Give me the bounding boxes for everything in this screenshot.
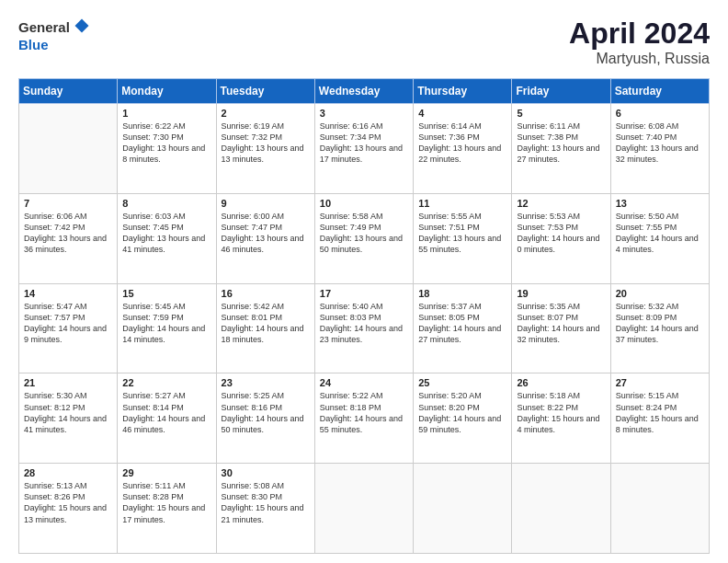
table-row: 24 Sunrise: 5:22 AMSunset: 8:18 PMDaylig…: [314, 373, 413, 464]
table-row: 19 Sunrise: 5:35 AMSunset: 8:07 PMDaylig…: [512, 283, 610, 373]
table-row: 8 Sunrise: 6:03 AMSunset: 7:45 PMDayligh…: [118, 193, 216, 283]
day-number: 22: [122, 377, 210, 388]
day-number: 2: [222, 108, 310, 119]
day-number: 30: [222, 467, 310, 478]
logo-icon: [73, 17, 91, 40]
day-detail: Sunrise: 5:15 AMSunset: 8:24 PMDaylight:…: [616, 390, 704, 435]
day-detail: Sunrise: 5:20 AMSunset: 8:20 PMDaylight:…: [418, 390, 506, 435]
day-number: 13: [616, 198, 704, 209]
day-detail: Sunrise: 5:22 AMSunset: 8:18 PMDaylight:…: [320, 390, 408, 435]
day-number: 24: [320, 377, 408, 388]
table-row: 30 Sunrise: 5:08 AMSunset: 8:30 PMDaylig…: [216, 464, 314, 554]
table-row: 18 Sunrise: 5:37 AMSunset: 8:05 PMDaylig…: [414, 283, 512, 373]
day-number: 9: [222, 198, 310, 209]
day-number: 25: [418, 377, 506, 388]
day-detail: Sunrise: 5:27 AMSunset: 8:14 PMDaylight:…: [122, 390, 210, 435]
day-detail: Sunrise: 5:40 AMSunset: 8:03 PMDaylight:…: [320, 301, 408, 346]
day-detail: Sunrise: 5:32 AMSunset: 8:09 PMDaylight:…: [616, 301, 704, 346]
calendar-week-row: 1 Sunrise: 6:22 AMSunset: 7:30 PMDayligh…: [19, 104, 710, 194]
table-row: 26 Sunrise: 5:18 AMSunset: 8:22 PMDaylig…: [512, 373, 610, 464]
day-detail: Sunrise: 6:08 AMSunset: 7:40 PMDaylight:…: [616, 121, 704, 166]
day-detail: Sunrise: 6:06 AMSunset: 7:42 PMDaylight:…: [24, 211, 112, 256]
header-sunday: Sunday: [19, 79, 118, 104]
calendar-location: Martyush, Russia: [569, 51, 710, 67]
table-row: [512, 464, 610, 554]
table-row: 20 Sunrise: 5:32 AMSunset: 8:09 PMDaylig…: [610, 283, 709, 373]
header-saturday: Saturday: [610, 79, 709, 104]
day-detail: Sunrise: 5:08 AMSunset: 8:30 PMDaylight:…: [222, 480, 310, 525]
day-detail: Sunrise: 5:35 AMSunset: 8:07 PMDaylight:…: [517, 301, 605, 346]
table-row: 28 Sunrise: 5:13 AMSunset: 8:26 PMDaylig…: [19, 464, 118, 554]
day-number: 1: [122, 108, 210, 119]
day-number: 11: [418, 198, 506, 209]
header: General Blue April 2024 Martyush, Russia: [18, 17, 710, 67]
day-number: 16: [222, 288, 310, 299]
table-row: 29 Sunrise: 5:11 AMSunset: 8:28 PMDaylig…: [118, 464, 216, 554]
day-number: 29: [122, 467, 210, 478]
day-number: 8: [122, 198, 210, 209]
day-detail: Sunrise: 5:50 AMSunset: 7:55 PMDaylight:…: [616, 211, 704, 256]
table-row: [610, 464, 709, 554]
day-number: 18: [418, 288, 506, 299]
table-row: [314, 464, 413, 554]
day-number: 20: [616, 288, 704, 299]
day-detail: Sunrise: 5:30 AMSunset: 8:12 PMDaylight:…: [24, 390, 112, 435]
calendar-week-row: 7 Sunrise: 6:06 AMSunset: 7:42 PMDayligh…: [19, 193, 710, 283]
table-row: 25 Sunrise: 5:20 AMSunset: 8:20 PMDaylig…: [414, 373, 512, 464]
day-number: 4: [418, 108, 506, 119]
day-detail: Sunrise: 5:18 AMSunset: 8:22 PMDaylight:…: [517, 390, 605, 435]
page: General Blue April 2024 Martyush, Russia…: [0, 0, 728, 563]
table-row: 10 Sunrise: 5:58 AMSunset: 7:49 PMDaylig…: [314, 193, 413, 283]
day-number: 10: [320, 198, 408, 209]
header-tuesday: Tuesday: [216, 79, 314, 104]
table-row: 14 Sunrise: 5:47 AMSunset: 7:57 PMDaylig…: [19, 283, 118, 373]
day-detail: Sunrise: 5:58 AMSunset: 7:49 PMDaylight:…: [320, 211, 408, 256]
day-number: 5: [517, 108, 605, 119]
header-wednesday: Wednesday: [314, 79, 413, 104]
day-detail: Sunrise: 5:37 AMSunset: 8:05 PMDaylight:…: [418, 301, 506, 346]
weekday-header-row: Sunday Monday Tuesday Wednesday Thursday…: [19, 79, 710, 104]
day-number: 6: [616, 108, 704, 119]
day-number: 7: [24, 198, 112, 209]
day-detail: Sunrise: 6:11 AMSunset: 7:38 PMDaylight:…: [517, 121, 605, 166]
day-number: 15: [122, 288, 210, 299]
day-number: 19: [517, 288, 605, 299]
day-detail: Sunrise: 5:55 AMSunset: 7:51 PMDaylight:…: [418, 211, 506, 256]
table-row: 9 Sunrise: 6:00 AMSunset: 7:47 PMDayligh…: [216, 193, 314, 283]
day-number: 3: [320, 108, 408, 119]
day-detail: Sunrise: 5:25 AMSunset: 8:16 PMDaylight:…: [222, 390, 310, 435]
table-row: 17 Sunrise: 5:40 AMSunset: 8:03 PMDaylig…: [314, 283, 413, 373]
calendar-table: Sunday Monday Tuesday Wednesday Thursday…: [18, 78, 710, 554]
header-friday: Friday: [512, 79, 610, 104]
calendar-title: April 2024: [569, 17, 710, 51]
calendar-week-row: 21 Sunrise: 5:30 AMSunset: 8:12 PMDaylig…: [19, 373, 710, 464]
logo: General Blue: [18, 17, 91, 52]
day-number: 23: [222, 377, 310, 388]
table-row: 11 Sunrise: 5:55 AMSunset: 7:51 PMDaylig…: [414, 193, 512, 283]
day-number: 17: [320, 288, 408, 299]
day-detail: Sunrise: 6:14 AMSunset: 7:36 PMDaylight:…: [418, 121, 506, 166]
table-row: 13 Sunrise: 5:50 AMSunset: 7:55 PMDaylig…: [610, 193, 709, 283]
day-detail: Sunrise: 6:03 AMSunset: 7:45 PMDaylight:…: [122, 211, 210, 256]
day-detail: Sunrise: 6:22 AMSunset: 7:30 PMDaylight:…: [122, 121, 210, 166]
calendar-week-row: 14 Sunrise: 5:47 AMSunset: 7:57 PMDaylig…: [19, 283, 710, 373]
logo-blue-text: Blue: [18, 38, 91, 53]
table-row: 4 Sunrise: 6:14 AMSunset: 7:36 PMDayligh…: [414, 104, 512, 194]
table-row: [19, 104, 118, 194]
day-detail: Sunrise: 5:53 AMSunset: 7:53 PMDaylight:…: [517, 211, 605, 256]
table-row: 27 Sunrise: 5:15 AMSunset: 8:24 PMDaylig…: [610, 373, 709, 464]
header-thursday: Thursday: [414, 79, 512, 104]
day-detail: Sunrise: 5:13 AMSunset: 8:26 PMDaylight:…: [24, 480, 112, 525]
day-detail: Sunrise: 6:00 AMSunset: 7:47 PMDaylight:…: [222, 211, 310, 256]
table-row: 22 Sunrise: 5:27 AMSunset: 8:14 PMDaylig…: [118, 373, 216, 464]
day-number: 28: [24, 467, 112, 478]
logo-general-text: General: [18, 20, 70, 36]
day-detail: Sunrise: 6:19 AMSunset: 7:32 PMDaylight:…: [222, 121, 310, 166]
table-row: 21 Sunrise: 5:30 AMSunset: 8:12 PMDaylig…: [19, 373, 118, 464]
header-monday: Monday: [118, 79, 216, 104]
day-detail: Sunrise: 6:16 AMSunset: 7:34 PMDaylight:…: [320, 121, 408, 166]
table-row: 1 Sunrise: 6:22 AMSunset: 7:30 PMDayligh…: [118, 104, 216, 194]
table-row: [414, 464, 512, 554]
day-number: 21: [24, 377, 112, 388]
day-number: 12: [517, 198, 605, 209]
